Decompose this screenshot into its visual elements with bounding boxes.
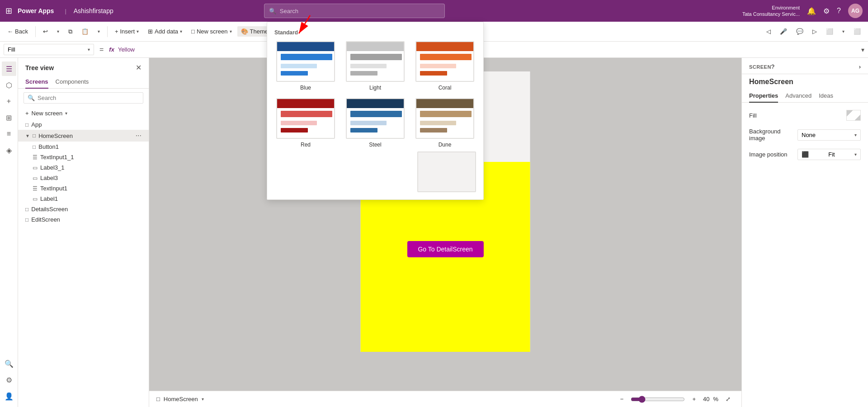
tree-item-textinput1[interactable]: ☰ TextInput1	[18, 183, 149, 194]
formula-expand-icon[interactable]: ▾	[861, 46, 864, 53]
left-icon-connections[interactable]: ◈	[2, 143, 16, 157]
right-panel-help-icon[interactable]: ?	[771, 63, 774, 70]
share-button[interactable]: ⬜	[850, 26, 864, 37]
tree-item-button1[interactable]: □ Button1	[18, 142, 149, 152]
theme-item-blue[interactable]: Blue	[274, 41, 337, 91]
global-search-input[interactable]	[280, 8, 440, 14]
theme-item-light[interactable]: Light	[344, 41, 406, 91]
theme-item-dune[interactable]: Dune	[414, 98, 476, 148]
tree-item-app[interactable]: □ App	[18, 119, 149, 130]
settings-icon[interactable]: ⚙	[823, 7, 830, 15]
notification-icon[interactable]: 🔔	[807, 7, 816, 15]
paste-icon: 📋	[81, 28, 89, 35]
tab-properties[interactable]: Properties	[749, 90, 778, 103]
theme-item-steel[interactable]: Steel	[344, 98, 406, 148]
tree-item-label1[interactable]: ▭ Label1	[18, 194, 149, 204]
background-image-dropdown[interactable]: None ▾	[797, 129, 861, 141]
detailsscreen-label: DetailsScreen	[31, 206, 68, 213]
left-icon-user[interactable]: 👤	[2, 389, 16, 403]
right-panel-body: Fill Background image None ▾ Image posit…	[742, 103, 868, 167]
play-button[interactable]: ▷	[809, 26, 821, 37]
tree-search-box[interactable]: 🔍	[24, 92, 143, 104]
back-button[interactable]: ← Back	[4, 26, 32, 37]
background-image-label: Background image	[749, 128, 797, 142]
formula-property-chevron-icon: ▾	[88, 47, 90, 52]
formula-input[interactable]	[118, 46, 858, 53]
zoom-slider[interactable]	[631, 396, 685, 403]
tree-item-textinput1-1[interactable]: ☰ TextInput1_1	[18, 152, 149, 162]
paste-dropdown[interactable]: ▾	[94, 27, 104, 36]
tree-search-input[interactable]	[38, 95, 139, 101]
chat-button[interactable]: 💬	[793, 26, 807, 37]
left-icon-components[interactable]: ⬡	[2, 78, 16, 92]
left-icon-search[interactable]: 🔍	[2, 356, 16, 371]
theme-item-coral[interactable]: Coral	[414, 41, 476, 91]
label1-label: Label1	[40, 195, 58, 202]
formula-property-dropdown[interactable]: Fill ▾	[4, 44, 94, 55]
fill-color-picker[interactable]	[846, 110, 861, 121]
toolbar-sep-2	[107, 26, 108, 37]
add-data-button[interactable]: ⊞ Add data ▾	[144, 26, 186, 37]
right-panel-expand-icon[interactable]: ›	[859, 63, 861, 70]
homescreen-more-icon[interactable]: ···	[136, 132, 142, 140]
fill-property-row: Fill	[749, 110, 861, 121]
tree-close-icon[interactable]: ✕	[136, 63, 142, 72]
image-position-row: Image position ⬛ Fit ▾	[749, 149, 861, 160]
theme-more-item[interactable]	[417, 151, 476, 192]
tree-item-label3[interactable]: ▭ Label3	[18, 173, 149, 183]
back-label: Back	[15, 28, 28, 35]
top-nav-right-area: Environment Tata Consultancy Servic... 🔔…	[742, 4, 863, 18]
undo-chevron-icon: ▾	[57, 29, 59, 34]
left-icon-variables[interactable]: ≡	[2, 127, 16, 141]
image-position-dropdown[interactable]: ⬛ Fit ▾	[797, 149, 861, 160]
add-data-chevron-icon: ▾	[180, 29, 182, 34]
bottom-screen-chevron-icon[interactable]: ▾	[202, 397, 204, 402]
canvas-goto-button[interactable]: Go To DetailScreen	[407, 241, 483, 257]
preview-back-button[interactable]: ◁	[763, 26, 774, 37]
new-screen-btn[interactable]: + New screen ▾	[18, 107, 149, 119]
tree-item-label3-1[interactable]: ▭ Label3_1	[18, 162, 149, 173]
microphone-button[interactable]: 🎤	[776, 26, 791, 37]
tab-screens[interactable]: Screens	[25, 76, 48, 89]
paste-button[interactable]: 📋	[78, 26, 92, 37]
detailsscreen-icon: □	[25, 206, 28, 213]
undo-dropdown[interactable]: ▾	[53, 27, 63, 36]
user-avatar[interactable]: AG	[848, 4, 863, 18]
theme-grid: Blue Light Coral	[274, 41, 476, 148]
tree-item-editscreen[interactable]: □ EditScreen	[18, 214, 149, 225]
tab-ideas[interactable]: Ideas	[819, 90, 833, 103]
tree-item-detailsscreen[interactable]: □ DetailsScreen	[18, 204, 149, 214]
publish-button[interactable]: ⬜	[822, 26, 837, 37]
tab-advanced[interactable]: Advanced	[785, 90, 811, 103]
help-icon[interactable]: ?	[837, 7, 841, 15]
new-screen-label: New screen	[197, 28, 228, 35]
zoom-minus-button[interactable]: −	[617, 394, 627, 404]
undo-button[interactable]: ↩	[39, 26, 52, 37]
bottom-screen-name: HomeScreen	[164, 396, 198, 402]
toolbar-container: ← Back ↩ ▾ ⧉ 📋 ▾ + Insert ▾ ⊞ Add data ▾	[0, 22, 868, 42]
waffle-icon[interactable]: ⊞	[5, 6, 12, 16]
label3-icon: ▭	[33, 175, 38, 181]
tree-item-homescreen[interactable]: ▼ □ HomeScreen ···	[18, 130, 149, 142]
new-screen-btn-label: New screen	[32, 110, 63, 117]
left-icon-treeview[interactable]: ☰	[2, 62, 16, 76]
right-properties-panel: SCREEN ? › HomeScreen Properties Advance…	[741, 58, 868, 407]
publish-dropdown[interactable]: ▾	[839, 27, 848, 36]
zoom-plus-button[interactable]: +	[689, 394, 699, 404]
app-icon: □	[25, 122, 28, 128]
tab-components[interactable]: Components	[56, 76, 89, 89]
new-screen-chevron-icon: ▾	[230, 29, 232, 34]
tree-header: Tree view ✕	[18, 58, 149, 76]
left-icon-settings[interactable]: ⚙	[2, 373, 16, 387]
left-icon-insert[interactable]: +	[2, 94, 16, 109]
global-search-box[interactable]: 🔍	[264, 4, 445, 18]
zoom-expand-button[interactable]: ⤢	[722, 394, 734, 404]
theme-item-red[interactable]: Red	[274, 98, 337, 148]
new-screen-icon: □	[191, 28, 195, 35]
insert-button[interactable]: + Insert ▾	[111, 26, 142, 37]
left-icon-data[interactable]: ⊞	[2, 110, 16, 125]
copy-icon: ⧉	[68, 28, 72, 35]
new-screen-button[interactable]: □ New screen ▾	[188, 26, 236, 37]
copy-button[interactable]: ⧉	[65, 26, 76, 37]
label3-1-label: Label3_1	[40, 164, 65, 171]
